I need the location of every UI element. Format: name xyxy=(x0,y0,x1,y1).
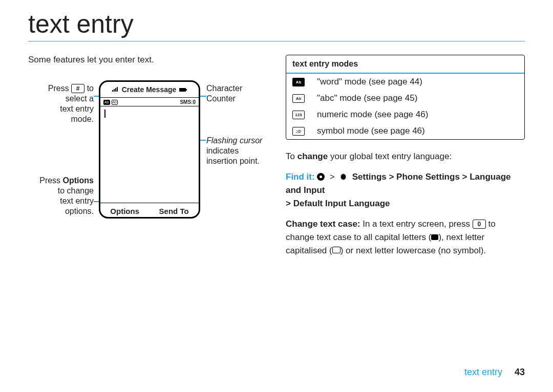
find-it-label: Find it: xyxy=(286,172,315,182)
allcaps-icon xyxy=(431,234,438,240)
callout-select-mode: Press # to select a text entry mode. xyxy=(28,83,94,124)
word-mode-icon: Ab xyxy=(292,78,305,86)
mode-row: Ab "abc" mode (see page 45) xyxy=(286,90,524,106)
phone-diagram: Press # to select a text entry mode. Pre… xyxy=(28,74,267,233)
phone-screen: Create Message Ab Ab SMS:0 xyxy=(99,80,200,219)
footer-page-number: 43 xyxy=(515,367,525,377)
intro-text: Some features let you enter text. xyxy=(28,55,267,65)
softkey-right: Send To xyxy=(159,207,189,215)
zero-key-icon: 0 xyxy=(473,220,486,229)
callout-counter: Character Counter xyxy=(206,83,268,104)
mode-row: ;@ symbol mode (see page 46) xyxy=(286,123,524,139)
phone-softkeys: Options Send To xyxy=(100,203,199,219)
footer-section: text entry xyxy=(464,367,502,377)
sms-counter: SMS:0 xyxy=(180,99,196,105)
change-language-text: To change your global text entry languag… xyxy=(286,150,525,163)
modes-table: text entry modes Ab "word" mode (see pag… xyxy=(286,55,525,140)
abc-mode-icon: Ab xyxy=(292,94,305,103)
symbol-mode-icon: ;@ xyxy=(292,127,305,136)
mode-text: numeric mode (see page 46) xyxy=(317,110,428,120)
page-footer: text entry43 xyxy=(464,367,525,378)
mode-text: "word" mode (see page 44) xyxy=(317,77,422,87)
phone-status-bar: Ab Ab SMS:0 xyxy=(100,98,199,106)
mode-text: symbol mode (see page 46) xyxy=(317,126,425,136)
capitalised-icon xyxy=(332,247,341,253)
svg-rect-1 xyxy=(186,89,187,91)
cursor-icon xyxy=(104,110,105,118)
callout-cursor: Flashing cursor indicates insertion poin… xyxy=(206,136,278,166)
softkey-left: Options xyxy=(110,207,139,215)
phone-title: Create Message xyxy=(122,85,177,94)
mode-chip-icon: Ab xyxy=(112,100,118,105)
mode-chip-icon: Ab xyxy=(103,100,110,105)
battery-icon xyxy=(179,85,187,94)
signal-icon xyxy=(112,85,119,94)
phone-titlebar: Create Message xyxy=(100,82,199,98)
svg-rect-0 xyxy=(179,88,186,92)
hash-key-icon: # xyxy=(71,84,84,93)
mode-row: Ab "word" mode (see page 44) xyxy=(286,74,524,90)
mode-row: 123 numeric mode (see page 46) xyxy=(286,106,524,123)
modes-header: text entry modes xyxy=(286,55,524,74)
title-rule xyxy=(28,41,525,41)
numeric-mode-icon: 123 xyxy=(292,111,305,119)
nav-center-icon xyxy=(317,173,325,181)
page-title: text entry xyxy=(28,9,525,39)
callout-options: Press Options to change text entry optio… xyxy=(28,176,94,216)
settings-icon xyxy=(339,171,347,179)
find-it-path: Find it: > Settings > Phone Settings > L… xyxy=(286,170,525,210)
change-case-text: Change text case: In a text entry screen… xyxy=(286,217,525,257)
phone-text-area xyxy=(100,106,199,203)
mode-text: "abc" mode (see page 45) xyxy=(317,93,417,103)
